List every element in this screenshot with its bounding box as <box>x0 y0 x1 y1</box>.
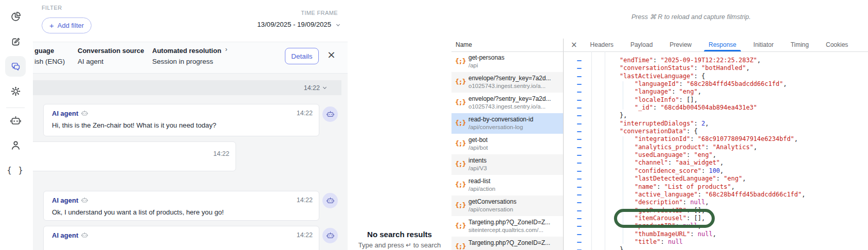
fold-marker-icon[interactable] <box>576 64 583 72</box>
code-line: "lastDetectedLanguage": "eng", <box>620 175 805 183</box>
user-profile-icon[interactable] <box>5 135 26 155</box>
fold-marker-icon[interactable] <box>576 222 583 230</box>
fold-marker-icon[interactable] <box>576 175 583 183</box>
icon-rail: { } <box>0 0 33 250</box>
tab-response[interactable]: Response <box>703 39 742 51</box>
sender-name: AI agent <box>52 231 78 239</box>
fold-marker-icon[interactable] <box>576 135 583 143</box>
conversations-chat-icon[interactable] <box>5 56 26 77</box>
code-line: "usedLanguage": "eng", <box>620 151 805 159</box>
json-file-icon: {;} <box>455 119 465 127</box>
tab-payload[interactable]: Payload <box>625 39 658 51</box>
fold-marker-icon[interactable] <box>576 151 583 159</box>
fold-marker-icon[interactable] <box>576 128 583 135</box>
language-column-value: ish (ENG) <box>34 58 65 65</box>
tab-initiator[interactable]: Initiator <box>748 39 779 51</box>
app-window: { } FILTER + Add filter TIME FRAME 13/09… <box>0 0 868 250</box>
time-group-header[interactable]: 14:22 <box>33 80 341 95</box>
resolution-column-value: Session in progress <box>152 58 213 65</box>
devtools-network-panel: Press ⌘ R to reload and capture filmstri… <box>451 0 868 250</box>
conversation-meta-header: guage ish (ENG) Conversation source AI a… <box>33 42 348 74</box>
code-line: "endTime": "2025-09-19T12:22:25.283Z", <box>620 57 805 64</box>
message-card-bot: AI agent 14:22 <box>43 226 319 250</box>
fold-marker-icon[interactable] <box>576 191 583 199</box>
network-name-column-header[interactable]: Name <box>451 39 563 51</box>
close-request-detail-icon[interactable]: × <box>571 41 577 49</box>
code-line: "lastActiveLanguage": { <box>620 73 805 80</box>
search-hint: Type and press ↵ to search <box>341 241 458 249</box>
bot-avatar-button[interactable] <box>322 193 338 208</box>
tab-headers[interactable]: Headers <box>585 39 619 51</box>
time-frame-value[interactable]: 13/09/2025 - 19/09/2025 <box>257 21 331 28</box>
time-frame-chevron-down-icon[interactable] <box>336 23 340 26</box>
code-line: "_id": "68cd4b004504ab894ea431e3" <box>620 104 805 112</box>
json-file-icon: {;} <box>455 98 465 106</box>
fold-marker-icon[interactable] <box>576 207 583 215</box>
json-file-icon: {;} <box>455 160 465 168</box>
settings-gear-icon[interactable] <box>5 81 26 101</box>
fold-marker-icon[interactable] <box>576 88 583 96</box>
add-filter-label: Add filter <box>58 22 84 29</box>
code-line: "integrationId": "68c9107780947914e6234b… <box>620 135 805 143</box>
code-braces-icon[interactable]: { } <box>5 160 26 181</box>
analytics-pie-chart-icon[interactable] <box>5 6 26 27</box>
message-time: 14:22 <box>297 110 313 117</box>
bot-avatar-button[interactable] <box>322 106 338 122</box>
tab-timing[interactable]: Timing <box>785 39 815 51</box>
fold-marker-icon[interactable] <box>576 104 583 112</box>
fold-marker-icon[interactable] <box>576 167 583 175</box>
network-row[interactable]: {;} envelope/?sentry_key=7a2d... o102574… <box>451 72 563 93</box>
fold-marker-icon[interactable] <box>576 73 583 80</box>
gutter-separator <box>605 51 605 250</box>
network-row[interactable]: {;} Targeting.php?Q_ZoneID=Z... siteinte… <box>451 216 563 237</box>
fold-marker-icon[interactable] <box>576 199 583 206</box>
code-line: "conversationData": { <box>620 128 805 135</box>
chat-transcript: 14:22 AI agent 14:22 Hi, this is the Zen… <box>33 74 348 250</box>
network-row[interactable]: {;} envelope/?sentry_key=7a2d... o102574… <box>451 93 563 113</box>
code-line: "name": "List of products", <box>620 183 805 191</box>
bot-robot-icon[interactable] <box>5 111 26 131</box>
tab-cookies[interactable]: Cookies <box>820 39 854 51</box>
network-row[interactable]: {;} get-bot /api/bot <box>451 134 563 154</box>
response-code: "endTime": "2025-09-19T12:22:25.283Z","c… <box>620 57 805 250</box>
close-conversation-icon[interactable]: × <box>327 49 336 60</box>
fold-gutter <box>576 57 583 250</box>
compose-icon[interactable] <box>5 31 26 52</box>
sender-row: AI agent <box>52 110 88 117</box>
fold-marker-icon[interactable] <box>576 238 583 246</box>
no-search-results-title: No search results <box>341 230 458 239</box>
code-line: "channel": "aai_widget", <box>620 159 805 167</box>
network-row[interactable]: {;} intents /api/V3 <box>451 154 563 175</box>
fold-marker-icon[interactable] <box>576 215 583 222</box>
add-filter-button[interactable]: + Add filter <box>42 17 92 33</box>
fold-marker-icon[interactable] <box>576 57 583 64</box>
bot-badge-icon <box>81 197 88 204</box>
message-time: 14:22 <box>297 231 313 239</box>
chevron-right-icon[interactable]: › <box>225 46 227 53</box>
source-column-label: Conversation source <box>78 47 144 55</box>
code-line: "description": null, <box>620 199 805 206</box>
tab-preview[interactable]: Preview <box>664 39 697 51</box>
json-file-icon: {;} <box>455 57 465 65</box>
bot-avatar-button[interactable] <box>322 228 338 243</box>
fold-marker-icon[interactable] <box>576 96 583 104</box>
network-row[interactable]: {;} Targeting.php?Q_ZoneID=Z... <box>451 237 563 250</box>
network-row[interactable]: {;} read-list /api/action <box>451 175 563 195</box>
network-row-selected[interactable]: {;} read-by-conversation-id /api/convers… <box>451 113 563 134</box>
fold-marker-icon[interactable] <box>576 112 583 119</box>
fold-marker-icon[interactable] <box>576 246 583 250</box>
fold-marker-icon[interactable] <box>576 230 583 238</box>
code-line: "languageId": "68c28b4ffd45badcdd66c1fd"… <box>620 80 805 88</box>
sender-name: AI agent <box>52 197 78 204</box>
fold-marker-icon[interactable] <box>576 144 583 151</box>
fold-marker-icon[interactable] <box>576 159 583 167</box>
code-line: }, <box>620 112 805 119</box>
network-row[interactable]: {;} get-personas /api <box>451 51 563 72</box>
details-button[interactable]: Details <box>285 48 319 64</box>
search-results-block: No search results Type and press ↵ to se… <box>341 230 458 249</box>
fold-marker-icon[interactable] <box>576 80 583 88</box>
fold-marker-icon[interactable] <box>576 120 583 128</box>
message-time: 14:22 <box>297 197 313 204</box>
fold-marker-icon[interactable] <box>576 183 583 191</box>
network-row[interactable]: {;} getConversations /api/conversation <box>451 195 563 216</box>
